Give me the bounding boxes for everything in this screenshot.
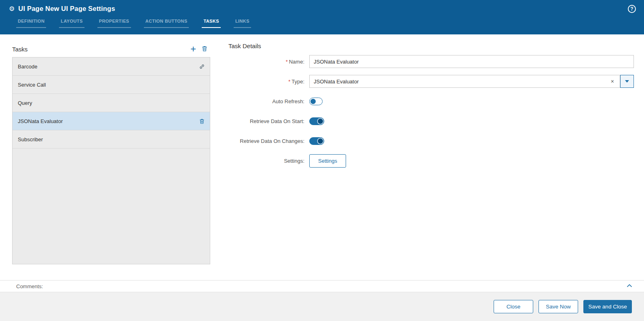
required-marker: *: [286, 59, 288, 65]
app-header: ⚙ UI Page New UI Page Settings ? DEFINIT…: [0, 0, 644, 34]
settings-label: Settings:: [228, 158, 309, 164]
list-item-query[interactable]: Query: [13, 94, 210, 112]
close-button[interactable]: Close: [494, 300, 533, 313]
task-label: Query: [18, 100, 205, 106]
type-combobox: JSONata Evaluator ×: [309, 75, 634, 88]
delete-tasks-button[interactable]: [199, 43, 210, 55]
gear-icon: ⚙: [9, 5, 15, 13]
type-label: *Type:: [228, 79, 309, 85]
tab-definition[interactable]: DEFINITION: [16, 19, 46, 28]
tab-layouts[interactable]: LAYOUTS: [59, 19, 84, 28]
auto-refresh-label: Auto Refresh:: [228, 98, 309, 104]
comments-expand-button[interactable]: [626, 283, 633, 290]
tasks-panel-header: Tasks +: [12, 43, 210, 55]
name-row: *Name:: [228, 55, 634, 68]
auto-refresh-toggle[interactable]: [309, 98, 323, 105]
type-dropdown-button[interactable]: [620, 75, 634, 88]
type-row: *Type: JSONata Evaluator ×: [228, 75, 634, 88]
tab-action-buttons[interactable]: ACTION BUTTONS: [144, 19, 189, 28]
help-icon[interactable]: ?: [628, 5, 636, 13]
required-marker: *: [288, 79, 290, 85]
auto-refresh-row: Auto Refresh:: [228, 95, 634, 108]
tab-links[interactable]: LINKS: [234, 19, 251, 28]
task-label: Service Call: [18, 82, 205, 88]
retrieve-data-on-changes-toggle[interactable]: [309, 137, 324, 145]
footer-bar: Close Save Now Save and Close: [0, 292, 644, 321]
save-and-close-button[interactable]: Save and Close: [583, 300, 632, 313]
chevron-up-icon: [626, 283, 633, 290]
task-list: Barcode Service Call Query JSONata Evalu…: [12, 57, 210, 264]
toggle-knob: [310, 99, 316, 104]
trash-icon: [201, 45, 208, 53]
task-label: Subscriber: [18, 136, 205, 142]
task-details-title: Task Details: [228, 43, 634, 49]
name-label: *Name:: [228, 59, 309, 65]
title-row: ⚙ UI Page New UI Page Settings: [0, 0, 644, 13]
save-now-button[interactable]: Save Now: [538, 300, 578, 313]
retrieve-changes-label: Retrieve Data On Changes:: [228, 138, 309, 144]
tasks-panel: Tasks + Barcode Service Call Query JSONa…: [12, 43, 210, 264]
settings-button[interactable]: Settings: [309, 154, 346, 168]
comments-bar: Comments:: [0, 280, 644, 292]
retrieve-changes-row: Retrieve Data On Changes:: [228, 134, 634, 147]
retrieve-data-on-start-toggle[interactable]: [309, 117, 324, 125]
name-input[interactable]: [309, 55, 634, 68]
list-item-subscriber[interactable]: Subscriber: [13, 130, 210, 149]
tasks-panel-title: Tasks: [12, 46, 188, 53]
retrieve-start-label: Retrieve Data On Start:: [228, 118, 309, 124]
type-combobox-value[interactable]: JSONata Evaluator ×: [309, 75, 620, 88]
plus-icon: +: [190, 45, 196, 53]
link-icon[interactable]: [199, 64, 205, 70]
clear-icon[interactable]: ×: [609, 78, 616, 85]
task-label: Barcode: [18, 64, 199, 70]
task-label: JSONata Evaluator: [18, 118, 199, 124]
comments-label: Comments:: [16, 283, 626, 289]
toggle-knob: [318, 119, 323, 124]
trash-icon[interactable]: [199, 118, 205, 124]
task-details-panel: Task Details *Name: *Type: JSONata Evalu…: [228, 43, 634, 174]
chevron-down-icon: [625, 80, 629, 83]
tab-properties[interactable]: PROPERTIES: [97, 19, 131, 28]
tab-tasks[interactable]: TASKS: [202, 19, 220, 28]
list-item-service-call[interactable]: Service Call: [13, 76, 210, 94]
list-item-barcode[interactable]: Barcode: [13, 57, 210, 76]
tab-bar: DEFINITION LAYOUTS PROPERTIES ACTION BUT…: [0, 19, 644, 28]
settings-row: Settings: Settings: [228, 154, 634, 168]
toggle-knob: [318, 138, 323, 144]
page-title: UI Page New UI Page Settings: [18, 5, 115, 13]
add-task-button[interactable]: +: [188, 43, 199, 55]
retrieve-start-row: Retrieve Data On Start:: [228, 115, 634, 128]
list-item-jsonata-evaluator[interactable]: JSONata Evaluator: [13, 112, 210, 130]
